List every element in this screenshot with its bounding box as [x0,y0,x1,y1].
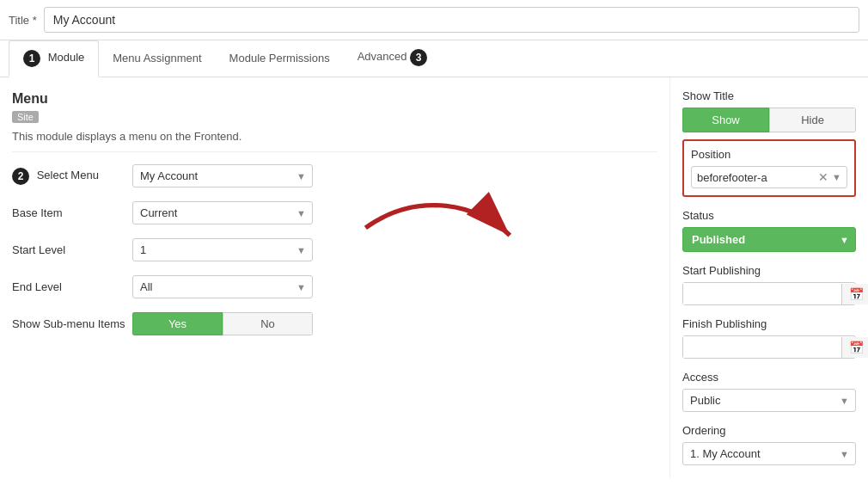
status-select[interactable]: Published Unpublished [682,227,856,252]
position-value: beforefooter-a [697,171,818,184]
select-menu-control: My Account ▼ [132,164,313,187]
start-publishing-input[interactable] [683,283,841,304]
show-submenu-label: Show Sub-menu Items [12,317,132,330]
position-label: Position [691,148,847,161]
status-label: Status [682,209,856,222]
select-menu-wrap[interactable]: My Account ▼ [132,164,313,187]
status-select-wrap[interactable]: Published Unpublished ▼ [682,227,856,252]
title-input[interactable] [44,7,859,33]
ordering-select[interactable]: 1. My Account [682,442,856,465]
start-level-control: 1 2 3 ▼ [132,238,313,261]
tab-advanced[interactable]: Advanced 3 [344,40,445,77]
tab-module-permissions-label: Module Permissions [229,52,330,65]
main-layout: Menu Site This module displays a menu on… [0,77,868,477]
section-description: This module displays a menu on the Front… [12,130,657,152]
finish-publishing-input[interactable] [683,336,841,358]
section-heading: Menu [12,91,657,107]
start-publishing-calendar-icon[interactable]: 📅 [841,284,868,304]
select-menu-row: 2 Select Menu My Account ▼ [12,164,657,187]
start-level-select[interactable]: 1 2 3 [132,238,313,261]
end-level-control: All 1 2 ▼ [132,275,313,298]
tab-module-permissions[interactable]: Module Permissions [216,43,344,75]
show-hide-toggle: Show Hide [682,108,856,132]
tab-menu-assignment-label: Menu Assignment [113,52,201,65]
tab-module[interactable]: 1 Module [9,40,99,77]
base-item-control: Current ▼ [132,201,313,224]
left-panel: Menu Site This module displays a menu on… [0,77,670,477]
end-level-label: End Level [12,280,132,293]
access-label: Access [682,371,856,384]
tab-menu-assignment[interactable]: Menu Assignment [99,43,215,75]
base-item-select[interactable]: Current [132,201,313,224]
title-label: Title * [9,14,37,27]
access-select[interactable]: Public Registered Special [682,389,856,412]
base-item-row: Base Item Current ▼ [12,201,657,224]
ordering-select-wrap[interactable]: 1. My Account ▼ [682,442,856,465]
tab-advanced-label: Advanced [358,50,407,63]
base-item-label: Base Item [12,206,132,219]
select-menu-select[interactable]: My Account [132,164,313,187]
show-submenu-yes-button[interactable]: Yes [132,312,223,335]
finish-publishing-calendar-icon[interactable]: 📅 [841,337,868,358]
tabs-bar: 1 Module Menu Assignment Module Permissi… [0,40,868,77]
end-level-wrap[interactable]: All 1 2 ▼ [132,275,313,298]
title-bar: Title * [0,0,868,40]
end-level-select[interactable]: All 1 2 [132,275,313,298]
position-input-wrap: beforefooter-a ✕ ▼ [691,166,847,188]
start-publishing-label: Start Publishing [682,264,856,277]
show-title-label: Show Title [682,89,856,102]
finish-publishing-label: Finish Publishing [682,317,856,330]
position-box: Position beforefooter-a ✕ ▼ [682,139,856,197]
tab-module-label: Module [48,51,85,64]
site-badge: Site [12,111,39,123]
start-publishing-wrap: 📅 [682,282,856,305]
right-panel: Show Title Show Hide Position beforefoot… [670,77,868,477]
base-item-wrap[interactable]: Current ▼ [132,201,313,224]
select-menu-label: 2 Select Menu [12,168,132,185]
show-submenu-control: Yes No [132,312,313,335]
ordering-label: Ordering [682,424,856,437]
position-dropdown-icon[interactable]: ▼ [832,172,841,182]
start-level-wrap[interactable]: 1 2 3 ▼ [132,238,313,261]
access-select-wrap[interactable]: Public Registered Special ▼ [682,389,856,412]
hide-button[interactable]: Hide [769,108,856,132]
start-level-label: Start Level [12,243,132,256]
show-submenu-toggle: Yes No [132,312,313,335]
badge-2: 2 [12,168,29,185]
end-level-row: End Level All 1 2 ▼ [12,275,657,298]
badge-3: 3 [410,49,427,66]
position-clear-icon[interactable]: ✕ [818,170,828,184]
show-button[interactable]: Show [682,108,769,132]
show-submenu-no-button[interactable]: No [223,312,313,335]
show-submenu-row: Show Sub-menu Items Yes No [12,312,657,335]
start-level-row: Start Level 1 2 3 ▼ [12,238,657,261]
badge-1: 1 [23,50,40,67]
finish-publishing-wrap: 📅 [682,335,856,359]
